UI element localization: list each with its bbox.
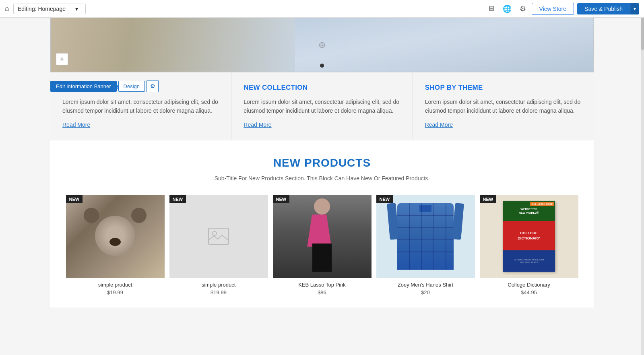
product-new-badge-pink: NEW [273, 195, 290, 203]
product-name-koala: simple product [66, 282, 165, 288]
product-new-badge-placeholder: NEW [169, 195, 186, 203]
new-products-title: NEW PRODUCTS [58, 157, 586, 169]
product-price-koala: $19.99 [66, 289, 165, 295]
scrollbar-thumb[interactable] [641, 18, 644, 50]
hero-banner: ⊕ [50, 18, 594, 72]
home-icon[interactable]: ⌂ [5, 4, 9, 13]
product-new-badge-blue-shirt: NEW [376, 195, 393, 203]
exclusive-brands-read-more[interactable]: Read More [62, 122, 90, 128]
exclusive-brands-body: Lorem ipsum dolor sit amet, consectetur … [62, 97, 219, 116]
product-card-dictionary[interactable]: NEW WEBSTER'SNEW WORLD® COLLEGEDICTIONAR… [480, 195, 578, 295]
dropdown-arrow-icon: ▾ [75, 6, 78, 12]
shop-by-theme-body: Lorem ipsum dolor sit amet, consectetur … [425, 97, 582, 116]
new-collection-read-more[interactable]: Read More [244, 122, 271, 128]
product-card-blue-shirt[interactable]: NEW [376, 195, 475, 295]
product-card-pink-top[interactable]: NEW KEB Lasso Top Pink $86 [273, 195, 372, 295]
info-card-new-collection: NEW COLLECTION Lorem ipsum dolor sit ame… [231, 72, 413, 140]
product-card-koala[interactable]: NEW simple product $19.99 [66, 195, 165, 295]
design-button[interactable]: Design [118, 81, 145, 92]
product-price-pink-top: $86 [273, 289, 372, 295]
product-price-dictionary: $44.95 [480, 289, 578, 295]
add-section-button[interactable]: + [56, 53, 68, 65]
product-name-dictionary: College Dictionary [480, 282, 578, 288]
settings-icon-button[interactable]: ⚙ [517, 3, 528, 15]
new-collection-body: Lorem ipsum dolor sit amet, consectetur … [244, 97, 400, 116]
nav-right-controls: 🖥 🌐 ⚙ View Store Save & Publish ▾ [485, 3, 639, 15]
save-publish-dropdown-button[interactable]: ▾ [630, 3, 639, 14]
product-image-pink-top: NEW [273, 195, 372, 278]
new-collection-title: NEW COLLECTION [244, 84, 400, 92]
product-image-blue-shirt: NEW [376, 195, 475, 278]
info-card-shop-by-theme: SHOP BY THEME Lorem ipsum dolor sit amet… [413, 72, 594, 140]
move-icon: ⊕ [318, 40, 326, 50]
globe-icon-button[interactable]: 🌐 [500, 3, 514, 15]
products-grid: NEW simple product $19.99 NEW [58, 195, 586, 295]
carousel-dot-indicator[interactable] [320, 64, 324, 68]
shop-by-theme-read-more[interactable]: Read More [425, 122, 453, 128]
settings-icon: ⚙ [150, 83, 155, 89]
monitor-icon-button[interactable]: 🖥 [485, 3, 497, 14]
save-publish-group: Save & Publish ▾ [577, 3, 639, 14]
view-store-button[interactable]: View Store [532, 3, 574, 15]
shop-by-theme-title: SHOP BY THEME [425, 84, 582, 92]
scrollbar[interactable] [641, 18, 644, 308]
product-name-blue-shirt: Zoey Men's Hanes Shirt [376, 282, 475, 288]
product-card-placeholder[interactable]: NEW simple product $19.99 [169, 195, 268, 295]
product-new-badge-dictionary: NEW [480, 195, 497, 203]
image-placeholder-icon [169, 195, 268, 278]
svg-rect-0 [208, 228, 229, 244]
product-image-dictionary: NEW WEBSTER'SNEW WORLD® COLLEGEDICTIONAR… [480, 195, 578, 278]
save-publish-button[interactable]: Save & Publish [577, 3, 630, 14]
product-price-blue-shirt: $20 [376, 289, 475, 295]
product-name-pink-top: KEB Lasso Top Pink [273, 282, 372, 288]
product-image-koala: NEW [66, 195, 165, 278]
new-products-subtitle: Sub-Title For New Products Section. This… [58, 175, 586, 182]
toolbar-settings-button[interactable]: ⚙ [147, 80, 159, 92]
top-navigation: ⌂ Editing: Homepage ▾ 🖥 🌐 ⚙ View Store S… [0, 0, 644, 18]
product-image-placeholder: NEW [169, 195, 268, 278]
product-new-badge-koala: NEW [66, 195, 83, 203]
editing-dropdown[interactable]: Editing: Homepage ▾ [13, 4, 86, 14]
new-products-section: NEW PRODUCTS Sub-Title For New Products … [50, 140, 594, 308]
edit-banner-toolbar: Edit Information Banner Design ⚙ [50, 80, 159, 92]
editing-label: Editing: Homepage [18, 6, 66, 12]
main-content: ⊕ + Edit Information Banner Design ⚙ EXC… [50, 18, 594, 308]
product-name-placeholder: simple product [169, 282, 268, 288]
edit-information-banner-button[interactable]: Edit Information Banner [50, 81, 117, 92]
product-price-placeholder: $19.99 [169, 289, 268, 295]
svg-point-1 [213, 231, 217, 235]
